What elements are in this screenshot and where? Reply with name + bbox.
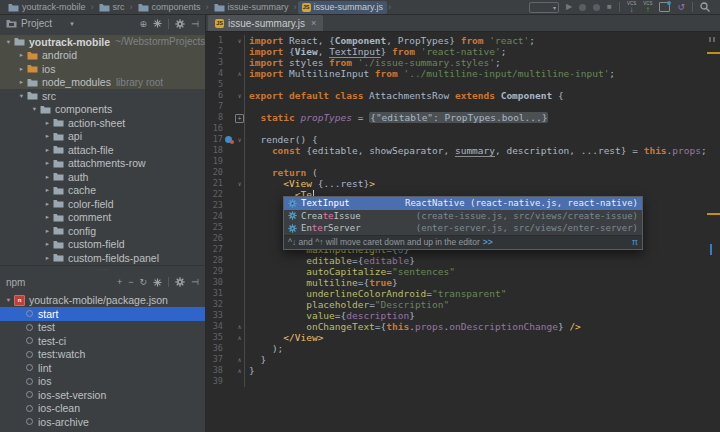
completion-item-CreateIssue[interactable]: CreateIssue(create-issue.js, src/views/c…	[284, 210, 642, 223]
code-line-20[interactable]: 20 return (	[206, 167, 707, 178]
code-line-6[interactable]: 6∨export default class AttachmentsRow ex…	[206, 90, 707, 101]
line-number[interactable]: 26	[206, 233, 223, 244]
vcs-update-button[interactable]: VCS↓	[627, 2, 636, 13]
overridden-marker-icon[interactable]	[225, 136, 232, 143]
chevron-right-icon[interactable]: ▸	[43, 227, 52, 235]
chevron-right-icon[interactable]: ▸	[43, 240, 52, 248]
chevron-right-icon[interactable]: ▸	[43, 132, 52, 140]
code-line-21[interactable]: 21∨ <View {...rest}>	[206, 178, 707, 189]
chevron-right-icon[interactable]: ▸	[43, 200, 52, 208]
chevron-right-icon[interactable]: ▸	[43, 119, 52, 127]
tree-item-android[interactable]: ▸android	[0, 49, 205, 63]
chevron-down-icon[interactable]: ▾	[4, 38, 13, 46]
line-number[interactable]: 35	[206, 332, 223, 343]
code-line-2[interactable]: 2import {View, TextInput} from 'react-na…	[206, 46, 707, 57]
code-line-7[interactable]: 7	[206, 101, 707, 112]
code-line-3[interactable]: 3import styles from './issue-summary.sty…	[206, 57, 707, 68]
npm-script-ios[interactable]: ios	[0, 375, 205, 389]
profiler-icon[interactable]	[593, 4, 600, 11]
code-line-1[interactable]: 1∨import React, {Component, PropTypes} f…	[206, 35, 707, 46]
code-line-32[interactable]: 32 placeholder="Description"	[206, 299, 707, 310]
npm-package-row[interactable]: ▾nyoutrack-mobile/package.json	[0, 294, 205, 308]
tree-item-node_modules[interactable]: ▸node_moduleslibrary root	[0, 76, 205, 90]
line-number[interactable]: 25	[206, 222, 223, 233]
npm-script-start[interactable]: start	[0, 307, 205, 321]
tree-item-src[interactable]: ▾src	[0, 89, 205, 103]
warning-stripe-mark[interactable]	[707, 213, 720, 215]
code-line-35[interactable]: 35∧ </View>	[206, 332, 707, 343]
line-number[interactable]: 29	[206, 266, 223, 277]
npm-script-ios-clean[interactable]: ios-clean	[0, 402, 205, 416]
tree-item-cache[interactable]: ▸cache	[0, 184, 205, 198]
tree-item-custom-field[interactable]: ▸custom-field	[0, 238, 205, 252]
chevron-right-icon[interactable]: ▸	[17, 78, 26, 86]
tree-item-auth[interactable]: ▸auth	[0, 170, 205, 184]
breadcrumb-item-issue-summary[interactable]: issue-summary	[210, 1, 293, 14]
fold-end-icon[interactable]: ∧	[235, 321, 244, 332]
chevron-right-icon[interactable]: ▸	[17, 65, 26, 73]
panel-divider[interactable]: ·····	[0, 265, 205, 273]
chevron-right-icon[interactable]: ▸	[43, 173, 52, 181]
tree-item-ios[interactable]: ▸ios	[0, 62, 205, 76]
line-number[interactable]: 23	[206, 200, 223, 211]
line-number[interactable]: 7	[206, 101, 223, 112]
line-number[interactable]: 33	[206, 310, 223, 321]
code-line-16[interactable]: 16	[206, 123, 707, 134]
breadcrumb-item-issue-summary.js[interactable]: JSissue-summary.js	[298, 1, 387, 14]
code-line-31[interactable]: 31 underlineColorAndroid="transparent"	[206, 288, 707, 299]
run-config-dropdown[interactable]: ▾	[529, 2, 559, 13]
collapse-all-icon[interactable]	[153, 278, 162, 287]
rerun-icon[interactable]: ↻	[140, 277, 148, 287]
npm-script-ios-set-version[interactable]: ios-set-version	[0, 388, 205, 402]
line-number[interactable]: 22	[206, 189, 223, 200]
line-number[interactable]: 20	[206, 167, 223, 178]
code-line-17[interactable]: 17∨ render() {	[206, 134, 707, 145]
npm-script-test:watch[interactable]: test:watch	[0, 348, 205, 362]
line-number[interactable]: 18	[206, 145, 223, 156]
npm-script-test[interactable]: test	[0, 321, 205, 335]
line-number[interactable]: 1	[206, 35, 223, 46]
line-number[interactable]: 38	[206, 365, 223, 376]
line-number[interactable]: 30	[206, 277, 223, 288]
code-line-38[interactable]: 38∧}	[206, 365, 707, 376]
code-line-19[interactable]: 19	[206, 156, 707, 167]
code-line-28[interactable]: 28 editable={editable}	[206, 255, 707, 266]
tree-item-comment[interactable]: ▸comment	[0, 211, 205, 225]
search-icon[interactable]	[700, 2, 710, 12]
code-line-29[interactable]: 29 autoCapitalize="sentences"	[206, 266, 707, 277]
line-number[interactable]: 2	[206, 46, 223, 57]
close-icon[interactable]: ×	[311, 18, 316, 28]
line-number[interactable]: 4	[206, 68, 223, 79]
line-number[interactable]: 8	[206, 112, 223, 123]
tree-item-api[interactable]: ▸api	[0, 130, 205, 144]
chevron-right-icon[interactable]: ▸	[43, 186, 52, 194]
tree-item-custom-fields-panel[interactable]: ▸custom-fields-panel	[0, 251, 205, 265]
line-number[interactable]: 19	[206, 156, 223, 167]
tree-item-components[interactable]: ▾components	[0, 103, 205, 117]
tree-item-youtrack-mobile[interactable]: ▾youtrack-mobile~/WebstormProjects/	[0, 35, 205, 49]
line-number[interactable]: 39	[206, 376, 223, 387]
tree-item-color-field[interactable]: ▸color-field	[0, 197, 205, 211]
hide-panel-icon[interactable]: ⊣	[191, 19, 199, 29]
tree-item-attachments-row[interactable]: ▸attachments-row	[0, 157, 205, 171]
fold-end-icon[interactable]: ∧	[235, 354, 244, 365]
breadcrumb-item-youtrack-mobile[interactable]: youtrack-mobile	[4, 1, 90, 14]
fold-end-icon[interactable]: ∧	[235, 332, 244, 343]
npm-script-ios-archive[interactable]: ios-archive	[0, 415, 205, 429]
code-line-33[interactable]: 33 value={description}	[206, 310, 707, 321]
diff-window-icon[interactable]	[659, 2, 670, 12]
locate-icon[interactable]: ⊕	[140, 19, 148, 29]
stop-button[interactable]: ■	[607, 2, 612, 12]
fold-open-icon[interactable]: ∨	[235, 90, 244, 101]
run-button[interactable]: ▶	[566, 2, 572, 12]
chevron-down-icon[interactable]: ▾	[4, 296, 13, 304]
warning-stripe-mark[interactable]	[707, 52, 720, 54]
line-number[interactable]: 37	[206, 354, 223, 365]
rollback-button[interactable]: ↺	[677, 2, 685, 12]
fold-end-icon[interactable]: ∧	[235, 68, 244, 79]
code-line-4[interactable]: 4∧import MultilineInput from '../multili…	[206, 68, 707, 79]
folded-region-icon[interactable]: +	[235, 114, 244, 123]
tree-item-config[interactable]: ▸config	[0, 224, 205, 238]
code-line-36[interactable]: 36 );	[206, 343, 707, 354]
line-number[interactable]: 5	[206, 79, 223, 90]
